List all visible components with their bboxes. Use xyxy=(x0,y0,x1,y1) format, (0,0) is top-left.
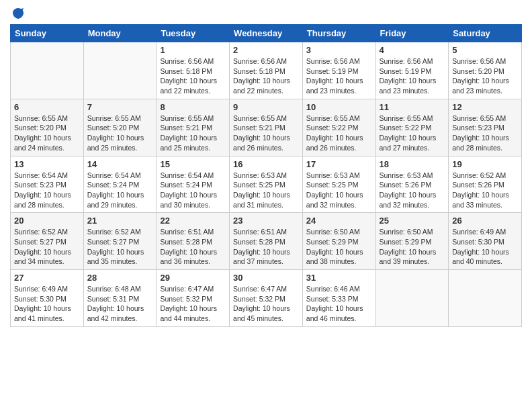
day-number: 19 xyxy=(452,159,518,169)
logo-bird-icon xyxy=(11,7,25,20)
day-info: Sunrise: 6:51 AM Sunset: 5:28 PM Dayligh… xyxy=(233,227,299,267)
day-info: Sunrise: 6:52 AM Sunset: 5:26 PM Dayligh… xyxy=(452,171,518,210)
day-cell: 27Sunrise: 6:49 AM Sunset: 5:30 PM Dayli… xyxy=(11,270,84,327)
day-number: 13 xyxy=(14,159,80,169)
day-cell xyxy=(449,270,522,327)
day-info: Sunrise: 6:51 AM Sunset: 5:28 PM Dayligh… xyxy=(160,227,226,267)
day-cell: 5Sunrise: 6:56 AM Sunset: 5:20 PM Daylig… xyxy=(449,42,522,99)
day-cell: 7Sunrise: 6:55 AM Sunset: 5:20 PM Daylig… xyxy=(83,99,157,156)
day-info: Sunrise: 6:53 AM Sunset: 5:25 PM Dayligh… xyxy=(233,171,299,210)
day-cell: 30Sunrise: 6:47 AM Sunset: 5:32 PM Dayli… xyxy=(230,270,303,327)
week-row-3: 13Sunrise: 6:54 AM Sunset: 5:23 PM Dayli… xyxy=(11,156,522,213)
day-info: Sunrise: 6:52 AM Sunset: 5:27 PM Dayligh… xyxy=(87,227,153,267)
weekday-header-monday: Monday xyxy=(83,25,157,42)
day-info: Sunrise: 6:55 AM Sunset: 5:22 PM Dayligh… xyxy=(306,113,372,153)
day-cell: 18Sunrise: 6:53 AM Sunset: 5:26 PM Dayli… xyxy=(375,156,449,213)
day-cell: 22Sunrise: 6:51 AM Sunset: 5:28 PM Dayli… xyxy=(157,213,230,270)
day-info: Sunrise: 6:53 AM Sunset: 5:25 PM Dayligh… xyxy=(306,171,372,210)
day-cell: 14Sunrise: 6:54 AM Sunset: 5:24 PM Dayli… xyxy=(83,156,157,213)
week-row-1: 1Sunrise: 6:56 AM Sunset: 5:18 PM Daylig… xyxy=(11,42,522,99)
day-cell: 19Sunrise: 6:52 AM Sunset: 5:26 PM Dayli… xyxy=(449,156,522,213)
week-row-2: 6Sunrise: 6:55 AM Sunset: 5:20 PM Daylig… xyxy=(11,99,522,156)
day-number: 16 xyxy=(233,159,299,169)
day-info: Sunrise: 6:56 AM Sunset: 5:18 PM Dayligh… xyxy=(160,56,226,96)
day-info: Sunrise: 6:46 AM Sunset: 5:33 PM Dayligh… xyxy=(306,284,372,324)
day-number: 15 xyxy=(160,159,226,169)
header xyxy=(10,7,522,20)
day-number: 7 xyxy=(87,102,153,112)
day-number: 30 xyxy=(233,273,299,283)
logo-text xyxy=(10,7,25,20)
day-number: 29 xyxy=(160,273,226,283)
day-info: Sunrise: 6:49 AM Sunset: 5:30 PM Dayligh… xyxy=(452,227,518,267)
day-cell: 25Sunrise: 6:50 AM Sunset: 5:29 PM Dayli… xyxy=(375,213,449,270)
day-number: 22 xyxy=(160,216,226,226)
day-cell: 13Sunrise: 6:54 AM Sunset: 5:23 PM Dayli… xyxy=(11,156,84,213)
day-number: 31 xyxy=(306,273,372,283)
day-cell: 1Sunrise: 6:56 AM Sunset: 5:18 PM Daylig… xyxy=(157,42,230,99)
day-cell: 26Sunrise: 6:49 AM Sunset: 5:30 PM Dayli… xyxy=(449,213,522,270)
day-info: Sunrise: 6:54 AM Sunset: 5:24 PM Dayligh… xyxy=(160,171,226,210)
day-cell: 11Sunrise: 6:55 AM Sunset: 5:22 PM Dayli… xyxy=(375,99,449,156)
day-info: Sunrise: 6:56 AM Sunset: 5:19 PM Dayligh… xyxy=(380,56,445,96)
day-number: 5 xyxy=(452,45,518,55)
day-number: 20 xyxy=(14,216,80,226)
day-cell: 12Sunrise: 6:55 AM Sunset: 5:23 PM Dayli… xyxy=(449,99,522,156)
day-info: Sunrise: 6:55 AM Sunset: 5:20 PM Dayligh… xyxy=(87,113,153,153)
day-cell: 21Sunrise: 6:52 AM Sunset: 5:27 PM Dayli… xyxy=(83,213,157,270)
logo xyxy=(10,7,25,20)
day-cell: 9Sunrise: 6:55 AM Sunset: 5:21 PM Daylig… xyxy=(230,99,303,156)
day-info: Sunrise: 6:47 AM Sunset: 5:32 PM Dayligh… xyxy=(160,284,226,324)
day-info: Sunrise: 6:55 AM Sunset: 5:21 PM Dayligh… xyxy=(160,113,226,153)
day-number: 10 xyxy=(306,102,372,112)
weekday-header-tuesday: Tuesday xyxy=(157,25,230,42)
day-cell: 17Sunrise: 6:53 AM Sunset: 5:25 PM Dayli… xyxy=(302,156,375,213)
day-cell: 3Sunrise: 6:56 AM Sunset: 5:19 PM Daylig… xyxy=(302,42,375,99)
weekday-header-wednesday: Wednesday xyxy=(230,25,303,42)
week-row-5: 27Sunrise: 6:49 AM Sunset: 5:30 PM Dayli… xyxy=(11,270,522,327)
day-cell: 20Sunrise: 6:52 AM Sunset: 5:27 PM Dayli… xyxy=(11,213,84,270)
day-number: 14 xyxy=(87,159,153,169)
day-number: 2 xyxy=(233,45,299,55)
day-info: Sunrise: 6:50 AM Sunset: 5:29 PM Dayligh… xyxy=(306,227,372,267)
day-cell: 15Sunrise: 6:54 AM Sunset: 5:24 PM Dayli… xyxy=(157,156,230,213)
day-number: 3 xyxy=(306,45,372,55)
day-info: Sunrise: 6:47 AM Sunset: 5:32 PM Dayligh… xyxy=(233,284,299,324)
day-cell: 2Sunrise: 6:56 AM Sunset: 5:18 PM Daylig… xyxy=(230,42,303,99)
day-number: 8 xyxy=(160,102,226,112)
weekday-header-saturday: Saturday xyxy=(449,25,522,42)
day-number: 11 xyxy=(380,102,445,112)
day-info: Sunrise: 6:56 AM Sunset: 5:20 PM Dayligh… xyxy=(452,56,518,96)
day-number: 18 xyxy=(380,159,445,169)
day-info: Sunrise: 6:50 AM Sunset: 5:29 PM Dayligh… xyxy=(380,227,445,267)
weekday-header-friday: Friday xyxy=(375,25,449,42)
day-number: 28 xyxy=(87,273,153,283)
day-info: Sunrise: 6:48 AM Sunset: 5:31 PM Dayligh… xyxy=(87,284,153,324)
day-number: 26 xyxy=(452,216,518,226)
day-cell: 10Sunrise: 6:55 AM Sunset: 5:22 PM Dayli… xyxy=(302,99,375,156)
day-info: Sunrise: 6:56 AM Sunset: 5:19 PM Dayligh… xyxy=(306,56,372,96)
day-cell: 29Sunrise: 6:47 AM Sunset: 5:32 PM Dayli… xyxy=(157,270,230,327)
day-info: Sunrise: 6:49 AM Sunset: 5:30 PM Dayligh… xyxy=(14,284,80,324)
day-number: 17 xyxy=(306,159,372,169)
day-number: 23 xyxy=(233,216,299,226)
day-cell xyxy=(375,270,449,327)
weekday-header-thursday: Thursday xyxy=(302,25,375,42)
day-cell: 6Sunrise: 6:55 AM Sunset: 5:20 PM Daylig… xyxy=(11,99,84,156)
day-cell: 24Sunrise: 6:50 AM Sunset: 5:29 PM Dayli… xyxy=(302,213,375,270)
day-info: Sunrise: 6:55 AM Sunset: 5:22 PM Dayligh… xyxy=(380,113,445,153)
day-cell: 8Sunrise: 6:55 AM Sunset: 5:21 PM Daylig… xyxy=(157,99,230,156)
day-cell: 16Sunrise: 6:53 AM Sunset: 5:25 PM Dayli… xyxy=(230,156,303,213)
weekday-header-sunday: Sunday xyxy=(11,25,84,42)
page: SundayMondayTuesdayWednesdayThursdayFrid… xyxy=(0,0,532,334)
day-info: Sunrise: 6:52 AM Sunset: 5:27 PM Dayligh… xyxy=(14,227,80,267)
day-number: 27 xyxy=(14,273,80,283)
day-info: Sunrise: 6:54 AM Sunset: 5:24 PM Dayligh… xyxy=(87,171,153,210)
day-number: 24 xyxy=(306,216,372,226)
day-info: Sunrise: 6:55 AM Sunset: 5:23 PM Dayligh… xyxy=(452,113,518,153)
day-number: 1 xyxy=(160,45,226,55)
day-info: Sunrise: 6:55 AM Sunset: 5:20 PM Dayligh… xyxy=(14,113,80,153)
day-cell xyxy=(83,42,157,99)
day-cell: 23Sunrise: 6:51 AM Sunset: 5:28 PM Dayli… xyxy=(230,213,303,270)
day-number: 21 xyxy=(87,216,153,226)
